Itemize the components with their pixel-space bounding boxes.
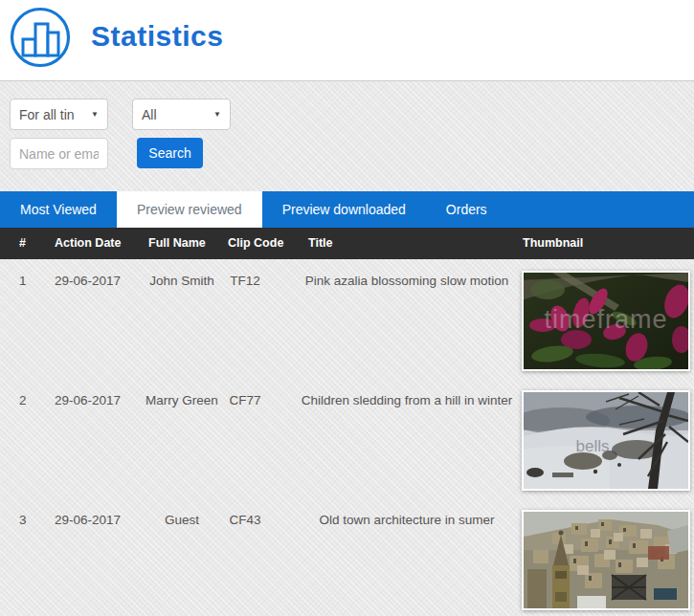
column-header-title: Title [308, 228, 332, 259]
statistics-page: Statistics For all tin ▼ All ▼ Search Mo… [0, 0, 694, 616]
table-row: 1 29-06-2017 John Smith TF12 Pink azalia… [0, 271, 694, 390]
table-row: 2 29-06-2017 Marry Green CF77 Children s… [0, 390, 694, 510]
caret-down-icon: ▼ [91, 110, 99, 119]
page-header: Statistics [0, 0, 694, 80]
full-name: John Smith [134, 274, 230, 288]
action-date: 29-06-2017 [55, 513, 121, 527]
table-row: 3 29-06-2017 Guest CF43 Old town archite… [0, 510, 694, 616]
category-filter-value: All [142, 107, 157, 122]
column-header-thumbnail: Thumbnail [523, 228, 583, 259]
statistics-tabbar: Most Viewed Preview reviewed Preview dow… [0, 191, 694, 228]
tab-preview-downloaded[interactable]: Preview downloaded [262, 191, 426, 228]
clip-code: CF77 [216, 393, 274, 407]
table-header: # Action Date Full Name Clip Code Title … [0, 228, 694, 259]
clip-thumbnail-old-town[interactable] [522, 510, 690, 610]
clip-thumbnail-winter[interactable]: bells [522, 390, 690, 491]
full-name: Marry Green [134, 393, 230, 407]
name-email-input[interactable] [10, 138, 108, 169]
tab-preview-reviewed[interactable]: Preview reviewed [117, 191, 262, 228]
row-number: 2 [19, 393, 27, 407]
action-date: 29-06-2017 [55, 274, 121, 288]
action-date: 29-06-2017 [55, 393, 121, 407]
bar-chart-circle-icon [10, 7, 71, 68]
column-header-action-date: Action Date [55, 228, 121, 259]
category-filter-select[interactable]: All ▼ [132, 99, 231, 130]
clip-thumbnail-azalea[interactable]: timeframe [522, 271, 690, 371]
thumbnail-watermark: timeframe [544, 305, 667, 334]
clip-title: Children sledding from a hill in winter [292, 393, 522, 407]
clip-code: CF43 [216, 513, 274, 527]
clip-code: TF12 [216, 274, 274, 288]
row-number: 1 [19, 274, 27, 288]
time-filter-value: For all tin [19, 107, 75, 122]
time-filter-select[interactable]: For all tin ▼ [10, 99, 108, 130]
page-title: Statistics [91, 20, 223, 53]
thumbnail-watermark: bells [576, 437, 610, 455]
clip-title: Pink azalia blossoming slow motion [292, 274, 522, 288]
column-header-full-name: Full Name [148, 228, 206, 259]
row-number: 3 [19, 513, 27, 527]
clip-title: Old town architecture in sumer [292, 513, 522, 527]
caret-down-icon: ▼ [213, 110, 221, 119]
column-header-num: # [19, 228, 26, 259]
column-header-clip-code: Clip Code [228, 228, 283, 259]
tab-most-viewed[interactable]: Most Viewed [0, 191, 117, 228]
full-name: Guest [134, 513, 230, 527]
search-button[interactable]: Search [137, 138, 203, 168]
tab-orders[interactable]: Orders [426, 191, 507, 228]
